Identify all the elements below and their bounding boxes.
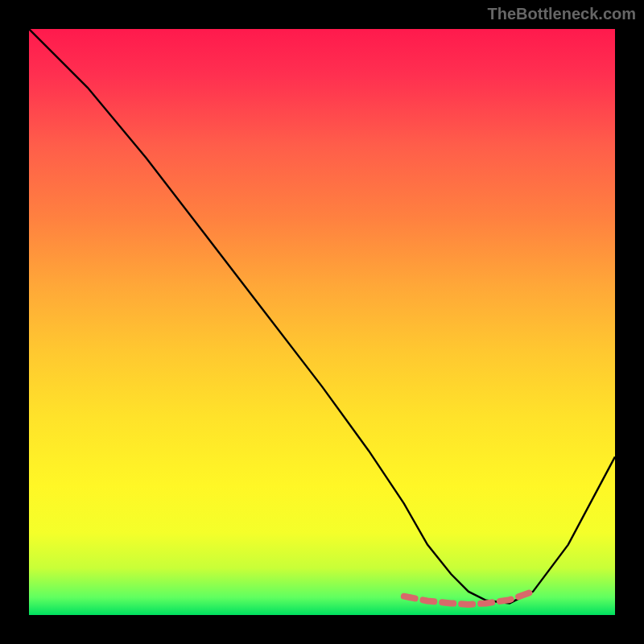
chart-svg <box>29 29 615 615</box>
optimal-zone-line <box>404 592 533 605</box>
chart-plot-area <box>29 29 615 615</box>
watermark-text: TheBottleneck.com <box>488 5 636 23</box>
bottleneck-curve-line <box>29 29 615 603</box>
